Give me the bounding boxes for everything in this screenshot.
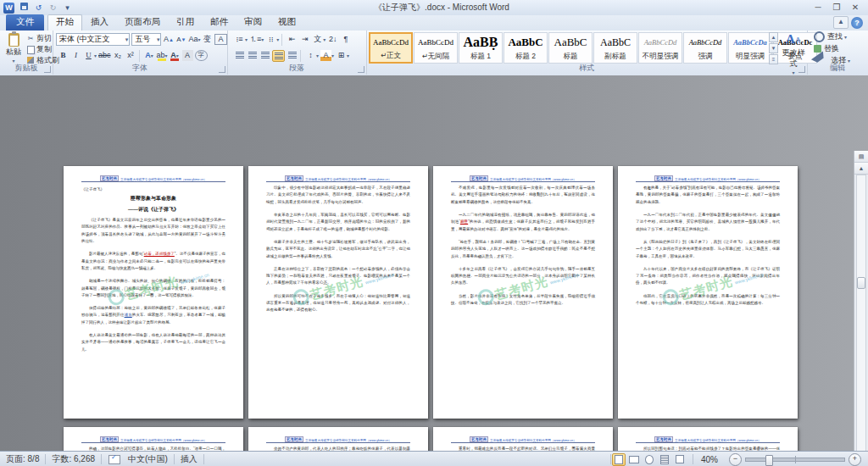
header-link[interactable]: 立志做最大传媒类专业辅导和论文资料分享网（www.ykime.cn） — [120, 178, 207, 181]
justify-button[interactable] — [272, 50, 285, 62]
align-center-button[interactable] — [247, 50, 258, 61]
header-link[interactable]: 立志做最大传媒类专业辅导和论文资料分享网（www.ykime.cn） — [305, 439, 392, 442]
document-page-6[interactable]: 艺考时光立志做最大传媒类专业辅导和论文资料分享网（www.ykime.cn）坐拥… — [248, 427, 428, 451]
font-name-combo[interactable]: 宋体 (中文正文▾ — [56, 33, 130, 46]
enclose-characters-button[interactable]: 字 — [195, 50, 208, 61]
change-case-button[interactable]: Aa▾ — [188, 34, 200, 45]
header-link[interactable]: 立志做最大传媒类专业辅导和论文资料分享网（www.ykime.cn） — [675, 178, 761, 181]
underline-button[interactable]: U — [83, 50, 94, 61]
full-screen-reading-view-button[interactable] — [627, 453, 641, 466]
borders-button[interactable]: ⊞ — [336, 50, 347, 61]
word-count[interactable]: 字数: 6,268 — [46, 453, 101, 465]
document-page-4[interactable]: 艺考时光立志做最大传媒类专业辅导和论文资料分享网（www.ykime.cn）有趣… — [618, 166, 798, 419]
tab-file[interactable]: 文件 — [6, 14, 44, 31]
document-area[interactable]: 艺考时光立志做最大传媒类专业辅导和论文资料分享网（www.ykime.cn）《让… — [0, 75, 868, 451]
increase-indent-button[interactable]: ⇥ — [299, 34, 310, 45]
zoom-level[interactable]: 40% — [695, 455, 724, 464]
style-subtitle[interactable]: AaBbC副标题 — [593, 32, 637, 64]
document-page-2[interactable]: 艺考时光立志做最大传媒类专业辅导和论文资料分享网（www.ykime.cn）印象… — [248, 166, 428, 419]
shading-button[interactable]: A — [320, 50, 331, 61]
minimize-ribbon-button[interactable]: ▲ — [833, 16, 849, 29]
find-button[interactable]: 查找▾ — [814, 31, 868, 42]
vertical-scrollbar[interactable]: ▤ ▲ ▼ ⏶ ● ⏷ — [854, 151, 868, 451]
minimize-button[interactable]: ─ — [809, 2, 827, 14]
style-heading2[interactable]: AaBbC标题 2 — [504, 32, 548, 64]
align-left-button[interactable] — [234, 50, 245, 61]
draft-view-button[interactable] — [673, 453, 687, 466]
zoom-slider[interactable] — [745, 458, 845, 462]
zoom-in-button[interactable]: + — [849, 453, 861, 466]
document-page-1[interactable]: 艺考时光立志做最大传媒类专业辅导和论文资料分享网（www.ykime.cn）《让… — [64, 166, 243, 419]
bold-button[interactable]: B — [58, 50, 69, 61]
font-dialog-launcher[interactable] — [219, 66, 225, 73]
styles-scroll-down-button[interactable]: ▼ — [769, 43, 778, 53]
asian-layout-button[interactable]: 文 — [312, 34, 323, 45]
document-page-8[interactable]: 艺考时光立志做最大传媒类专业辅导和论文资料分享网（www.ykime.cn）所以… — [618, 427, 798, 451]
maximize-button[interactable]: ❐ — [827, 2, 846, 14]
align-right-button[interactable] — [259, 50, 270, 61]
zoom-out-button[interactable]: − — [729, 453, 742, 466]
tab-insert[interactable]: 插入 — [83, 14, 116, 31]
tab-home[interactable]: 开始 — [47, 14, 82, 31]
scrollbar-track[interactable] — [856, 175, 866, 451]
word-logo-icon[interactable]: W — [3, 3, 14, 14]
header-link[interactable]: 立志做最大传媒类专业辅导和论文资料分享网（www.ykime.cn） — [675, 439, 761, 442]
style-heading1[interactable]: AaBḄ标题 1 — [459, 32, 503, 64]
shrink-font-button[interactable]: A▼ — [175, 34, 186, 45]
grow-font-button[interactable]: A▲ — [163, 34, 174, 45]
tab-review[interactable]: 审阅 — [236, 14, 270, 31]
close-button[interactable]: ✕ — [846, 2, 865, 14]
numbering-button[interactable]: ⒈≡ — [249, 34, 261, 45]
character-border-button[interactable]: A — [214, 34, 227, 45]
zoom-slider-thumb[interactable] — [765, 455, 773, 466]
tab-mailings[interactable]: 邮件 — [203, 14, 236, 31]
font-size-combo[interactable]: 五号▾ — [131, 33, 161, 46]
document-page-5[interactable]: 艺考时光立志做最大传媒类专业辅导和论文资料分享网（www.ykime.cn）的确… — [64, 427, 243, 451]
style-emphasis[interactable]: AaBbCcDd强调 — [683, 32, 727, 64]
save-button[interactable] — [18, 2, 31, 14]
outline-view-button[interactable] — [658, 453, 671, 466]
print-layout-view-button[interactable] — [612, 453, 626, 466]
clipboard-dialog-launcher[interactable] — [44, 66, 51, 73]
scrollbar-thumb[interactable] — [857, 277, 865, 289]
styles-dialog-launcher[interactable] — [798, 66, 805, 73]
tab-view[interactable]: 视图 — [270, 14, 303, 31]
bullets-button[interactable]: ⁝≡ — [234, 34, 245, 45]
tab-references[interactable]: 引用 — [169, 14, 202, 31]
style-title[interactable]: AaBbC标题 — [548, 32, 593, 64]
decrease-indent-button[interactable]: ⇤ — [287, 34, 298, 45]
style-intense-emphasis[interactable]: AaBbCcDa明显强调 — [728, 32, 772, 64]
document-page-7[interactable]: 艺考时光立志做最大传媒类专业辅导和论文资料分享网（www.ykime.cn）重看… — [433, 427, 613, 451]
text-effects-button[interactable]: A▾ — [144, 50, 155, 61]
redo-button[interactable]: ↻ — [47, 2, 59, 14]
page-indicator[interactable]: 页面: 8/8 — [0, 453, 45, 465]
show-hide-marks-button[interactable]: ¶ — [340, 34, 351, 45]
phonetic-guide-button[interactable]: 变 — [202, 34, 213, 45]
proofing-status-icon[interactable] — [108, 455, 120, 464]
character-shading-button[interactable]: A — [182, 50, 193, 61]
highlight-color-button[interactable]: ab▾ — [157, 50, 168, 61]
header-link[interactable]: 立志做最大传媒类专业辅导和论文资料分享网（www.ykime.cn） — [305, 178, 392, 181]
italic-button[interactable]: I — [70, 50, 81, 61]
header-link[interactable]: 立志做最大传媒类专业辅导和论文资料分享网（www.ykime.cn） — [120, 439, 207, 442]
tab-layout[interactable]: 页面布局 — [117, 14, 168, 31]
line-spacing-button[interactable]: ↕ — [305, 50, 316, 61]
styles-scroll-up-button[interactable]: ▲ — [769, 32, 778, 42]
style-nospacing[interactable]: AaBbCcDd↵无间隔 — [414, 32, 458, 64]
paragraph-dialog-launcher[interactable] — [358, 66, 364, 73]
strikethrough-button[interactable]: abc — [98, 50, 111, 61]
subscript-button[interactable]: x₂ — [113, 50, 124, 61]
quick-access-dropdown[interactable]: ▾ — [61, 2, 74, 14]
style-normal[interactable]: AaBbCcDd↵正文 — [369, 32, 413, 64]
font-color-button[interactable]: A▾ — [170, 50, 181, 61]
document-page-3[interactable]: 艺考时光立志做最大传媒类专业辅导和论文资料分享网（www.ykime.cn）不难… — [433, 166, 613, 419]
undo-button[interactable]: ↺ — [32, 2, 45, 14]
scroll-up-button[interactable]: ▲ — [854, 163, 868, 175]
sort-button[interactable]: 2↓ — [327, 34, 338, 45]
header-link[interactable]: 立志做最大传媒类专业辅导和论文资料分享网（www.ykime.cn） — [490, 439, 576, 442]
insert-mode-indicator[interactable]: 插入 — [175, 453, 203, 465]
language-indicator[interactable]: 中文(中国) — [122, 453, 174, 465]
ruler-toggle-button[interactable]: ▤ — [854, 151, 868, 163]
help-button[interactable]: ? — [851, 17, 863, 29]
superscript-button[interactable]: x² — [125, 50, 136, 61]
